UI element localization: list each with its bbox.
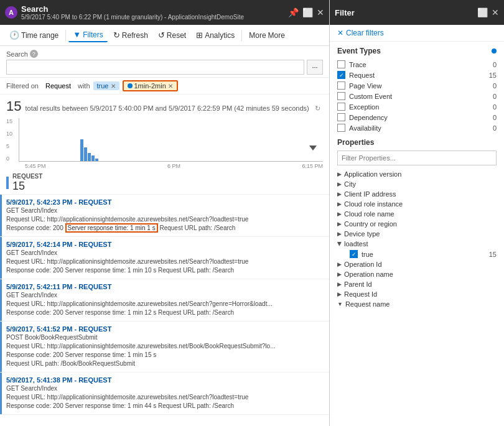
properties-search-input[interactable] — [337, 150, 497, 165]
prop-client-ip[interactable]: ▶ Client IP address — [337, 189, 497, 199]
chevron-right-icon: ▶ — [337, 181, 342, 187]
result-item[interactable]: 5/9/2017, 5:42:11 PM - REQUEST GET Searc… — [0, 279, 329, 322]
maximize-icon[interactable]: ⬜ — [477, 7, 488, 17]
exception-count: 0 — [493, 103, 497, 111]
refresh-icon: ↻ — [113, 30, 120, 40]
prop-cloud-role-instance[interactable]: ▶ Cloud role instance — [337, 199, 497, 209]
result-detail: GET Search/Index Request URL: http://app… — [6, 291, 323, 317]
dependency-checkbox[interactable] — [337, 113, 345, 121]
loadtest-true-count: 15 — [489, 251, 497, 258]
window-subtitle: 5/9/2017 5:40 PM to 6:22 PM (1 minute gr… — [21, 14, 244, 21]
prop-loadtest[interactable]: ▶ loadtest — [337, 239, 497, 249]
chart-bar — [80, 139, 83, 161]
refresh-label: Refresh — [122, 31, 148, 40]
results-list: 5/9/2017, 5:42:23 PM - REQUEST GET Searc… — [0, 194, 329, 426]
prop-loadtest-true: ✓ true 15 — [337, 249, 497, 259]
trace-checkbox[interactable] — [337, 60, 345, 68]
request-checkbox[interactable]: ✓ — [337, 71, 345, 79]
x-icon: ✕ — [337, 29, 343, 37]
separator-1 — [65, 30, 66, 41]
prop-application-version[interactable]: ▶ Application version — [337, 169, 497, 179]
result-left-bar — [0, 237, 2, 279]
event-type-exception: Exception 0 — [337, 101, 497, 112]
maximize-icon[interactable]: ⬜ — [302, 7, 313, 17]
search-input[interactable] — [6, 60, 304, 75]
filtered-on-label: Filtered on — [6, 82, 39, 90]
true-filter-close[interactable]: ✕ — [111, 83, 116, 90]
prop-cloud-role-name[interactable]: ▶ Cloud role name — [337, 209, 497, 219]
result-detail: POST Book/BookRequestSubmit Request URL:… — [6, 333, 323, 368]
customevent-checkbox[interactable] — [337, 92, 345, 100]
refresh-button[interactable]: ↻ Refresh — [109, 29, 152, 42]
prop-operation-id[interactable]: ▶ Operation Id — [337, 259, 497, 269]
result-left-bar — [0, 373, 2, 414]
prop-label: Request name — [345, 300, 390, 308]
event-type-dependency: Dependency 0 — [337, 112, 497, 123]
event-types-title: Event Types — [337, 47, 497, 55]
prop-device-type[interactable]: ▶ Device type — [337, 229, 497, 239]
properties-section: Properties ▶ Application version ▶ City … — [330, 138, 504, 426]
filter-panel-header: ✕ Clear filters — [330, 25, 504, 42]
time-range-button[interactable]: 🕐 Time range — [5, 29, 63, 42]
result-item[interactable]: 5/9/2017, 5:42:14 PM - REQUEST GET Searc… — [0, 237, 329, 279]
prop-parent-id[interactable]: ▶ Parent Id — [337, 279, 497, 289]
results-description: total results between 5/9/2017 5:40:00 P… — [25, 104, 320, 113]
analytics-button[interactable]: ⊞ Analytics — [192, 29, 239, 42]
chart-bar — [84, 147, 87, 161]
request-label: Request — [349, 72, 375, 79]
exception-checkbox[interactable] — [337, 103, 345, 111]
search-label: Search ? — [6, 50, 323, 58]
pageview-checkbox[interactable] — [337, 81, 345, 90]
prop-country[interactable]: ▶ Country or region — [337, 219, 497, 229]
chart-container: 15 10 5 0 5:45 PM 6 PM 6:15 PM — [0, 116, 329, 172]
chevron-right-icon: ▶ — [337, 201, 342, 207]
close-icon[interactable]: ✕ — [317, 7, 324, 17]
time-filter-tag: 1min-2min ✕ — [123, 80, 178, 91]
chevron-right-icon: ▶ — [337, 171, 342, 177]
trace-count: 0 — [493, 61, 497, 68]
reset-icon: ↺ — [158, 30, 165, 40]
clear-filters-label: Clear filters — [346, 29, 384, 37]
prop-operation-name[interactable]: ▶ Operation name — [337, 269, 497, 279]
prop-label: Parent Id — [344, 280, 372, 288]
dependency-count: 0 — [493, 114, 497, 121]
clear-filters-button[interactable]: ✕ Clear filters — [337, 29, 384, 37]
filter-icon: ▼ — [73, 30, 81, 39]
chevron-right-icon: ▶ — [337, 231, 342, 237]
search-options-button[interactable]: ··· — [307, 60, 323, 75]
time-filter-close[interactable]: ✕ — [168, 83, 173, 90]
pin-icon[interactable]: 📌 — [288, 7, 299, 17]
more-button[interactable]: More More — [245, 29, 289, 42]
search-area: Search ? ··· — [0, 46, 329, 78]
reset-label: Reset — [167, 31, 186, 40]
title-bar-text: Search 5/9/2017 5:40 PM to 6:22 PM (1 mi… — [21, 4, 244, 21]
prop-request-id[interactable]: ▶ Request Id — [337, 289, 497, 299]
results-count: 15 — [6, 98, 21, 114]
event-type-customevent: Custom Event 0 — [337, 91, 497, 101]
refresh-icon-inline[interactable]: ↻ — [315, 104, 320, 112]
title-bar: A Search 5/9/2017 5:40 PM to 6:22 PM (1 … — [0, 0, 329, 25]
prop-city[interactable]: ▶ City — [337, 179, 497, 189]
search-row: ··· — [6, 60, 323, 75]
analytics-icon: ⊞ — [196, 30, 203, 40]
right-title-bar: Filter ⬜ ✕ — [330, 0, 504, 25]
result-item[interactable]: 5/9/2017, 5:41:52 PM - REQUEST POST Book… — [0, 322, 329, 373]
chevron-right-icon: ▶ — [337, 261, 342, 267]
chevron-right-icon: ▶ — [337, 221, 342, 227]
result-item[interactable]: 5/9/2017, 5:41:38 PM - REQUEST GET Searc… — [0, 373, 329, 415]
result-item[interactable]: 5/9/2017, 5:42:23 PM - REQUEST GET Searc… — [0, 195, 329, 237]
chevron-right-icon: ▼ — [337, 301, 343, 307]
reset-button[interactable]: ↺ Reset — [154, 29, 190, 42]
loadtest-true-checkbox[interactable]: ✓ — [350, 250, 358, 258]
prop-label: Cloud role instance — [344, 200, 403, 208]
close-icon[interactable]: ✕ — [492, 7, 499, 17]
prop-label: Request Id — [344, 290, 377, 298]
toolbar: 🕐 Time range ▼ Filters ↻ Refresh ↺ Reset… — [0, 25, 329, 46]
filters-button[interactable]: ▼ Filters — [68, 28, 108, 42]
availability-label: Availability — [349, 124, 381, 132]
result-left-bar — [0, 322, 2, 372]
result-detail: GET Search/Index Request URL: http://app… — [6, 384, 323, 410]
prop-request-name[interactable]: ▼ Request name — [337, 299, 497, 309]
availability-checkbox[interactable] — [337, 124, 345, 132]
chart-x-labels: 5:45 PM 6 PM 6:15 PM — [6, 163, 323, 169]
